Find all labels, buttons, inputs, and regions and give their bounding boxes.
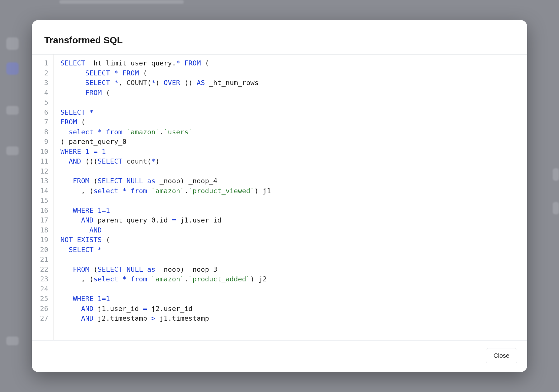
- code-line: , (select * from `amazon`.`product_added…: [60, 274, 522, 284]
- line-number: 15: [32, 196, 48, 206]
- code-line: SELECT _ht_limit_user_query.* FROM (: [60, 58, 522, 68]
- code-line: AND j1.user_id = j2.user_id: [60, 304, 522, 314]
- transformed-sql-modal: Transformed SQL 123456789101112131415161…: [32, 20, 527, 372]
- modal-header: Transformed SQL: [32, 20, 527, 54]
- code-line: FROM (: [60, 88, 522, 98]
- code-line: NOT EXISTS (: [60, 235, 522, 245]
- line-number: 10: [32, 147, 48, 157]
- code-line: [60, 255, 522, 265]
- line-number: 12: [32, 166, 48, 176]
- code-line: [60, 98, 522, 108]
- line-number: 2: [32, 68, 48, 78]
- code-line: AND parent_query_0.id = j1.user_id: [60, 215, 522, 225]
- code-line: [60, 166, 522, 176]
- line-number: 25: [32, 294, 48, 304]
- code-line: WHERE 1=1: [60, 206, 522, 216]
- code-line: AND (((SELECT count(*): [60, 156, 522, 166]
- code-line: FROM (: [60, 117, 522, 127]
- code-line: WHERE 1 = 1: [60, 147, 522, 157]
- code-line: [60, 284, 522, 294]
- line-number: 4: [32, 88, 48, 98]
- code-line: , (select * from `amazon`.`product_viewe…: [60, 186, 522, 196]
- code-line: FROM (SELECT NULL as _noop) _noop_4: [60, 176, 522, 186]
- line-number: 24: [32, 284, 48, 294]
- code-line: SELECT *: [60, 108, 522, 117]
- line-number: 5: [32, 98, 48, 108]
- line-number: 13: [32, 176, 48, 186]
- line-number: 23: [32, 274, 48, 284]
- code-viewer: 1234567891011121314151617181920212223242…: [32, 55, 527, 340]
- code-line: WHERE 1=1: [60, 294, 522, 304]
- code-line: SELECT *, COUNT(*) OVER () AS _ht_num_ro…: [60, 78, 522, 88]
- line-number: 19: [32, 235, 48, 245]
- line-number: 20: [32, 245, 48, 255]
- code-line: AND: [60, 225, 522, 235]
- line-number: 3: [32, 78, 48, 88]
- line-number: 14: [32, 186, 48, 196]
- close-button[interactable]: Close: [486, 348, 517, 363]
- line-number: 11: [32, 156, 48, 166]
- code-line: [60, 196, 522, 206]
- code-content[interactable]: SELECT _ht_limit_user_query.* FROM ( SEL…: [54, 55, 527, 340]
- code-line: SELECT * FROM (: [60, 68, 522, 78]
- code-gutter: 1234567891011121314151617181920212223242…: [32, 55, 54, 340]
- line-number: 9: [32, 137, 48, 147]
- code-line: ) parent_query_0: [60, 137, 522, 147]
- code-line: SELECT *: [60, 245, 522, 255]
- line-number: 26: [32, 304, 48, 314]
- line-number: 27: [32, 313, 48, 323]
- modal-title: Transformed SQL: [44, 35, 515, 45]
- modal-footer: Close: [32, 340, 527, 372]
- line-number: 17: [32, 215, 48, 225]
- line-number: 7: [32, 117, 48, 127]
- code-line: AND j2.timestamp > j1.timestamp: [60, 313, 522, 323]
- line-number: 21: [32, 255, 48, 265]
- line-number: 22: [32, 265, 48, 275]
- line-number: 16: [32, 206, 48, 216]
- line-number: 18: [32, 225, 48, 235]
- line-number: 6: [32, 108, 48, 117]
- line-number: 8: [32, 127, 48, 137]
- code-line: FROM (SELECT NULL as _noop) _noop_3: [60, 265, 522, 275]
- code-line: select * from `amazon`.`users`: [60, 127, 522, 137]
- line-number: 1: [32, 58, 48, 68]
